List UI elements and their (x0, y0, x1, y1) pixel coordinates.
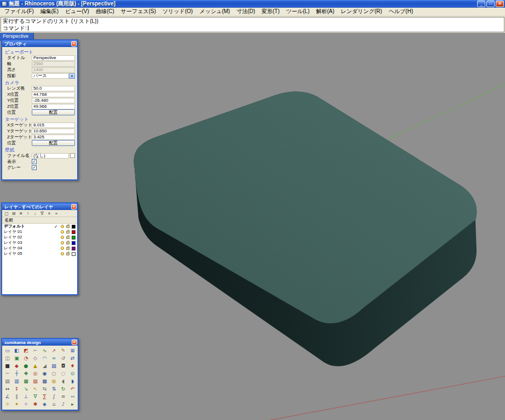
move-layer-down-icon[interactable]: ↓ (32, 211, 38, 217)
toolbox-icon-27[interactable]: ◎ (31, 370, 40, 377)
menu-item-0[interactable]: ファイル(F) (1, 7, 37, 16)
toolbox-icon-53[interactable]: ∫ (49, 393, 59, 400)
toolbox-icon-43[interactable]: ↖ (31, 385, 40, 393)
toolbox-icon-15[interactable]: ⇄ (68, 354, 77, 362)
toolbox-icon-4[interactable]: ∿ (40, 347, 49, 354)
toolbox-icon-26[interactable]: ✚ (21, 370, 31, 377)
toolbox-icon-23[interactable]: ♦ (68, 362, 77, 370)
toolbox-icon-51[interactable]: ∇ (31, 393, 40, 400)
layer-color-swatch[interactable] (72, 247, 76, 250)
toolbox-icon-49[interactable]: ∥ (12, 393, 21, 400)
layer-lock-icon[interactable] (66, 236, 69, 239)
prop-button-cam-place[interactable]: 配置 (32, 109, 75, 115)
layers-panel-titlebar[interactable]: レイヤ - すべてのレイヤ ✕ (2, 203, 77, 210)
toolbox-icon-58[interactable]: ✧ (21, 400, 31, 408)
minimize-button[interactable]: _ (477, 1, 485, 7)
toolbox-icon-34[interactable]: ▦ (21, 377, 31, 385)
toolbox-icon-45[interactable]: ⇅ (49, 385, 59, 393)
toolbox-icon-28[interactable]: ◉ (40, 370, 49, 377)
toolbox-icon-2[interactable]: ◩ (21, 347, 31, 354)
toolbox-icon-13[interactable]: ≈ (49, 354, 59, 362)
toolbox-icon-60[interactable]: ◈ (40, 400, 49, 408)
toolbox-icon-18[interactable]: ● (21, 362, 31, 370)
toolbox-icon-17[interactable]: ◆ (12, 362, 21, 370)
layer-color-swatch[interactable] (72, 252, 76, 256)
toolbox-icon-57[interactable]: ✦ (12, 400, 21, 408)
toolbox-icon-42[interactable]: ↘ (21, 385, 31, 393)
toolbox-icon-22[interactable]: ◘ (59, 362, 68, 370)
toolbox-icon-24[interactable]: ─ (3, 370, 12, 377)
menu-item-1[interactable]: 編集(E) (37, 7, 62, 16)
toolbox-icon-48[interactable]: ∠ (3, 393, 12, 400)
toolbox-icon-10[interactable]: ◔ (21, 354, 31, 362)
prop-field-target-x[interactable]: 8.015 (32, 122, 75, 128)
close-button[interactable]: ✕ (496, 1, 504, 7)
menu-item-11[interactable]: レンダリング(R) (338, 7, 385, 16)
toolbox-icon-40[interactable]: ↔ (3, 385, 12, 393)
toolbox-icon-0[interactable]: ▭ (3, 347, 12, 354)
toolbox-icon-39[interactable]: ◗ (68, 377, 77, 385)
toolbox-icon-59[interactable]: ✱ (31, 400, 40, 408)
toolbox-icon-20[interactable]: ◢ (40, 362, 49, 370)
toolbox-icon-46[interactable]: ↻ (59, 385, 68, 393)
layer-on-bulb-icon[interactable] (61, 241, 64, 244)
toolbox-icon-35[interactable]: ▧ (31, 377, 40, 385)
toolbox-icon-1[interactable]: ◧ (12, 347, 21, 354)
delete-layer-icon[interactable]: ✕ (18, 211, 24, 217)
toolbox-icon-37[interactable]: ◍ (49, 377, 59, 385)
layer-row-layer-03[interactable]: レイヤ 03 (2, 240, 77, 246)
maximize-button[interactable]: □ (486, 1, 495, 7)
layer-lock-icon[interactable] (66, 242, 69, 244)
prop-field-target-y[interactable]: 10.650 (32, 129, 75, 134)
toolbox-icon-62[interactable]: ♪ (59, 400, 68, 408)
toolbox-icon-50[interactable]: ⊥ (21, 393, 31, 400)
toolbox-icon-25[interactable]: ┼ (12, 370, 21, 377)
toolbox-icon-38[interactable]: ◖ (59, 377, 68, 385)
prop-field-target-z[interactable]: 3.425 (32, 135, 75, 140)
prop-field-lens-length[interactable]: 50.0 (32, 86, 75, 91)
toolbox-icon-29[interactable]: ○ (49, 370, 59, 377)
layer-more-options-icon[interactable]: » (53, 211, 60, 217)
menu-item-4[interactable]: サーフェス(S) (118, 7, 159, 16)
browse-button[interactable] (70, 153, 75, 158)
toolbox-icon-44[interactable]: ⇆ (40, 385, 49, 393)
toolbox-icon-9[interactable]: ▣ (12, 354, 21, 362)
prop-checkbox-wallpaper-gray[interactable]: ✓ (32, 165, 37, 170)
toolbox-icon-3[interactable]: ⌐ (31, 347, 40, 354)
new-layer-icon[interactable]: ▢ (3, 211, 10, 217)
layer-on-bulb-icon[interactable] (61, 230, 64, 234)
layer-row-layer-01[interactable]: レイヤ 01 (2, 229, 77, 235)
prop-field-wallpaper-file[interactable]: (なし) (32, 153, 69, 159)
layers-close-button[interactable]: ✕ (71, 204, 77, 209)
prop-field-cam-z[interactable]: 49.966 (32, 104, 75, 109)
layer-lock-icon[interactable] (66, 247, 69, 250)
toolbox-icon-41[interactable]: ↕ (12, 385, 21, 393)
layer-row-layer-02[interactable]: レイヤ 02 (2, 235, 77, 240)
menu-item-5[interactable]: ソリッド(O) (159, 7, 196, 16)
layer-on-bulb-icon[interactable] (61, 236, 64, 239)
prop-field-cam-y[interactable]: -26.480 (32, 98, 75, 103)
prop-dropdown-projection[interactable]: パース (32, 73, 69, 79)
window-titlebar[interactable]: 無題 - Rhinoceros (商用版) - [Perspective] _ … (0, 0, 505, 8)
menu-item-8[interactable]: 変形(T) (258, 7, 283, 16)
toolbox-icon-11[interactable]: ◇ (31, 354, 40, 362)
toolbox-icon-8[interactable]: ◫ (3, 354, 12, 362)
toolbox-icon-21[interactable]: ▨ (49, 362, 59, 370)
toolbox-icon-7[interactable]: ⊞ (68, 347, 77, 354)
layer-lock-icon[interactable] (66, 225, 69, 228)
menu-item-10[interactable]: 解析(A) (313, 7, 338, 16)
menu-item-3[interactable]: 曲線(C) (92, 7, 118, 16)
toolbox-panel-titlebar[interactable]: zumikama design ✕ (2, 339, 78, 346)
layer-row-default[interactable]: デフォルト✓ (2, 224, 77, 229)
toolbox-icon-5[interactable]: ↗ (49, 347, 59, 354)
toolbox-icon-47[interactable]: ↶ (68, 385, 77, 393)
menu-item-7[interactable]: 寸法(D) (233, 7, 258, 16)
layer-filter-icon[interactable]: ∇ (39, 211, 45, 217)
toolbox-icon-56[interactable]: ☼ (3, 400, 12, 408)
menu-item-6[interactable]: メッシュ(M) (196, 7, 233, 16)
toolbox-icon-6[interactable]: ✎ (59, 347, 68, 354)
toolbox-icon-31[interactable]: ⊙ (68, 370, 77, 377)
prop-field-title[interactable]: Perspective (32, 55, 75, 61)
prop-checkbox-wallpaper-show[interactable]: ✓ (32, 159, 37, 164)
chevron-down-icon[interactable]: ▼ (69, 73, 75, 79)
